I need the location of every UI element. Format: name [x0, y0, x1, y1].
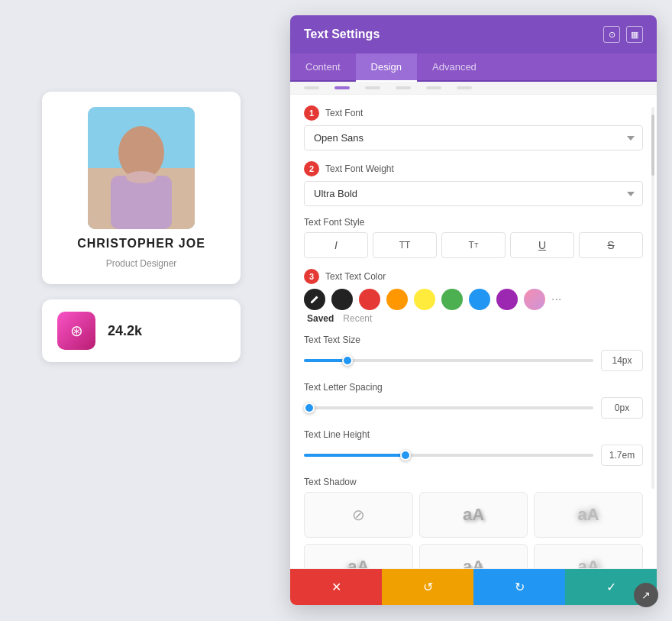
text-letter-spacing-group: Text Letter Spacing 0px [304, 382, 643, 419]
saved-colors-link[interactable]: Saved [307, 313, 334, 324]
text-letter-spacing-label: Text Letter Spacing [304, 382, 643, 393]
text-font-weight-group: 2 Text Font Weight Ultra Bold [304, 161, 643, 206]
color-green-swatch[interactable] [441, 289, 463, 310]
shadow-2-option[interactable]: aA [534, 492, 643, 538]
color-yellow-swatch[interactable] [414, 289, 435, 310]
profile-title: Product Designer [106, 258, 177, 269]
text-size-value[interactable]: 14px [601, 350, 643, 371]
text-font-style-label: Text Font Style [304, 217, 643, 228]
scroll-dot-3 [365, 86, 380, 89]
recent-colors-link[interactable]: Recent [343, 313, 372, 324]
text-font-group: 1 Text Font Open Sans [304, 105, 643, 150]
reset-button[interactable]: ↺ [382, 569, 473, 605]
redo-button[interactable]: ↻ [473, 569, 565, 605]
scroll-dot-2 [334, 86, 350, 89]
profile-photo [88, 107, 195, 229]
text-letter-spacing-value[interactable]: 0px [601, 397, 643, 419]
panel-header: Text Settings ⊙ ▦ [290, 15, 657, 53]
text-color-group: 3 Text Text Color ··· S [304, 269, 643, 324]
color-saved-row: Saved Recent [304, 313, 643, 324]
color-swatches-row: ··· [304, 289, 643, 310]
panel-header-icons: ⊙ ▦ [603, 26, 643, 43]
shadow-2-text: aA [578, 505, 599, 525]
panel-content: 1 Text Font Open Sans 2 Text Font Weight… [290, 95, 657, 568]
text-font-select[interactable]: Open Sans [304, 125, 643, 150]
text-line-height-track[interactable] [304, 454, 593, 457]
text-line-height-label: Text Line Height [304, 429, 643, 440]
text-line-height-group: Text Line Height 1.7em [304, 429, 643, 466]
stats-icon: ⊛ [57, 312, 95, 350]
scroll-dot-4 [396, 86, 411, 89]
shadow-3-option[interactable]: aA [304, 544, 413, 568]
shadow-3-text: aA [347, 557, 369, 568]
color-blue-swatch[interactable] [469, 289, 490, 310]
style-underline-button[interactable]: U [510, 232, 574, 258]
shadow-1-option[interactable]: aA [419, 492, 528, 538]
text-font-style-group: Text Font Style I TT TT U S [304, 217, 643, 258]
color-orange-swatch[interactable] [386, 289, 408, 310]
text-shadow-label: Text Shadow [304, 477, 643, 487]
text-size-label: Text Text Size [304, 335, 643, 345]
more-colors-button[interactable]: ··· [551, 293, 561, 306]
shadow-5-option[interactable]: aA [534, 544, 643, 568]
text-line-height-thumb[interactable] [400, 450, 411, 461]
shadow-none-option[interactable]: ⊘ [304, 492, 413, 538]
scroll-strip [290, 82, 657, 95]
background-area: CHRISTOPHER JOE Product Designer ⊛ 24.2k [0, 0, 283, 621]
svg-point-4 [126, 171, 157, 183]
profile-name: CHRISTOPHER JOE [77, 237, 205, 251]
tab-advanced[interactable]: Advanced [417, 53, 492, 80]
text-font-weight-label: 2 Text Font Weight [304, 161, 643, 176]
text-letter-spacing-slider-row: 0px [304, 397, 643, 419]
text-font-label: 1 Text Font [304, 105, 643, 121]
style-tt-button[interactable]: TT [373, 232, 437, 258]
text-size-track[interactable] [304, 359, 593, 362]
shadow-4-text: aA [463, 557, 484, 568]
shadow-4-option[interactable]: aA [419, 544, 528, 568]
scroll-dot-6 [457, 86, 472, 89]
text-size-group: Text Text Size 14px [304, 335, 643, 371]
style-strikethrough-button[interactable]: S [579, 232, 643, 258]
no-shadow-icon: ⊘ [352, 506, 365, 524]
text-size-thumb[interactable] [342, 355, 353, 366]
style-buttons-row: I TT TT U S [304, 232, 643, 258]
stats-card: ⊛ 24.2k [42, 299, 241, 362]
badge-2: 2 [304, 161, 319, 176]
corner-action-icon[interactable]: ↗ [634, 583, 658, 607]
color-black-swatch[interactable] [331, 289, 353, 310]
cancel-button[interactable]: ✕ [290, 569, 382, 605]
color-edit-button[interactable] [304, 289, 325, 310]
style-italic-button[interactable]: I [304, 232, 368, 258]
text-settings-panel: Text Settings ⊙ ▦ Content Design Advance… [290, 15, 657, 605]
stats-value: 24.2k [108, 323, 142, 339]
text-letter-spacing-track[interactable] [304, 406, 593, 409]
text-size-slider-row: 14px [304, 350, 643, 371]
text-size-fill [304, 359, 347, 362]
svg-rect-3 [111, 176, 172, 229]
grid-icon[interactable]: ▦ [626, 26, 643, 43]
text-line-height-value[interactable]: 1.7em [601, 445, 643, 466]
text-shadow-group: Text Shadow ⊘ aA aA aA aA a [304, 477, 643, 568]
style-tt2-button[interactable]: TT [441, 232, 506, 258]
text-color-label: 3 Text Text Color [304, 269, 643, 284]
text-line-height-fill [304, 454, 405, 457]
text-font-weight-select[interactable]: Ultra Bold [304, 181, 643, 206]
color-gradient-swatch[interactable] [524, 289, 545, 310]
tabs-row: Content Design Advanced [290, 53, 657, 82]
tab-content[interactable]: Content [290, 53, 356, 80]
scrollbar [651, 107, 654, 489]
badge-1: 1 [304, 105, 319, 121]
scroll-dot-5 [426, 86, 441, 89]
shadow-options-grid: ⊘ aA aA aA aA aA [304, 492, 643, 568]
color-purple-swatch[interactable] [496, 289, 518, 310]
badge-3: 3 [304, 269, 319, 284]
expand-icon[interactable]: ⊙ [603, 26, 620, 43]
scrollbar-thumb[interactable] [651, 115, 654, 176]
panel-title: Text Settings [304, 27, 380, 41]
scroll-dot-1 [304, 86, 319, 89]
text-letter-spacing-thumb[interactable] [304, 403, 315, 413]
text-line-height-slider-row: 1.7em [304, 445, 643, 466]
panel-footer: ✕ ↺ ↻ ✓ [290, 568, 657, 605]
tab-design[interactable]: Design [356, 53, 417, 80]
color-red-swatch[interactable] [359, 289, 380, 310]
